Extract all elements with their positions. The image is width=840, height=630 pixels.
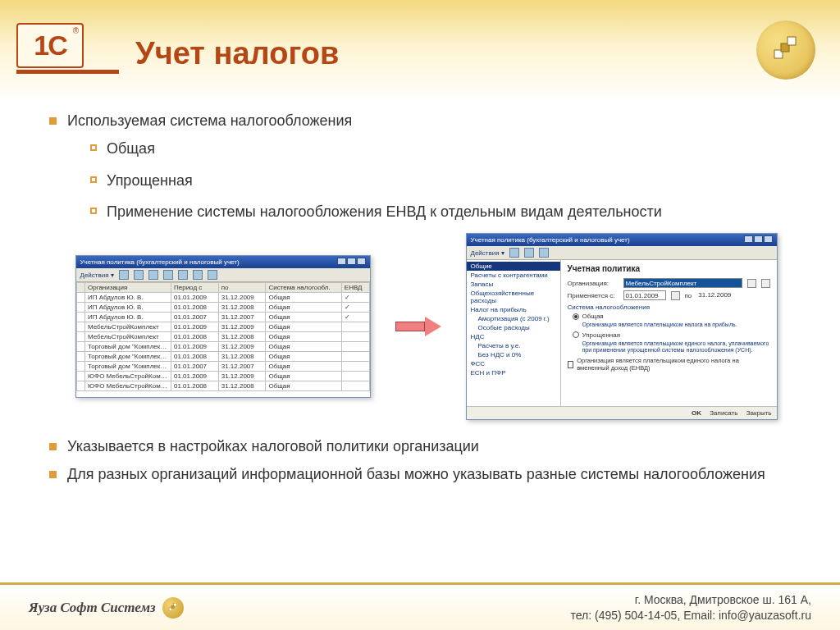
group-tax-system: Система налогообложения xyxy=(568,304,770,311)
col-sys[interactable]: Система налогообл. xyxy=(266,283,341,293)
actions-menu[interactable]: Действия ▾ xyxy=(471,249,504,257)
label-period: Применяется с: xyxy=(568,292,619,299)
window-title-text: Учетная политика (бухгалтерский и налого… xyxy=(471,236,630,244)
calendar-icon[interactable] xyxy=(671,291,680,300)
nav-item[interactable]: Налог на прибыль xyxy=(467,305,560,314)
dropdown-icon[interactable] xyxy=(747,279,756,288)
radio-label: Общая xyxy=(582,313,604,320)
input-period-from[interactable]: 01.01.2009 xyxy=(623,290,666,300)
nav-item[interactable]: НДС xyxy=(467,332,560,341)
logo-1c: 1C xyxy=(16,23,84,68)
close-button[interactable]: Закрыть xyxy=(746,409,772,417)
svg-rect-5 xyxy=(173,603,176,606)
table-row[interactable]: ИП Абдулов Ю. В.01.01.200731.12.2007Обща… xyxy=(76,313,369,322)
window-title-text: Учетная политика (бухгалтерский и налого… xyxy=(80,258,240,266)
table-row[interactable]: Торговый дом "Комплек…01.01.200931.12.20… xyxy=(76,342,369,352)
table-row[interactable]: МебельСтройКомплект01.01.200931.12.2009О… xyxy=(76,322,369,332)
footer-contact: г. Москва, Дмитровское ш. 161 А, тел: (4… xyxy=(570,592,811,623)
text-period-to: 31.12.2009 xyxy=(696,290,739,300)
nav-item[interactable]: ФСС xyxy=(467,359,560,368)
radio-simplified[interactable]: Упрощенная xyxy=(573,331,770,339)
bullet-tax-system: Используемая система налогообложения Общ… xyxy=(49,111,803,221)
logo-text: 1C xyxy=(34,30,66,62)
bullet-different-orgs: Для разных организаций информационной ба… xyxy=(49,464,803,484)
logo-underline xyxy=(16,70,119,74)
toolbar-icon[interactable] xyxy=(539,248,549,258)
svg-rect-2 xyxy=(788,37,796,45)
footer-address: г. Москва, Дмитровское ш. 161 А, xyxy=(570,592,811,608)
arrow-icon xyxy=(395,317,441,336)
actions-menu[interactable]: Действия ▾ xyxy=(80,272,114,279)
window-accounting-policy-list: Учетная политика (бухгалтерский и налого… xyxy=(75,255,371,398)
form-panel: Учетная политика Организация: МебельСтро… xyxy=(561,260,777,406)
table-row[interactable]: ИП Абдулов Ю. В.01.01.200831.12.2008Обща… xyxy=(76,303,369,313)
label-to: по xyxy=(685,292,692,299)
window-footer: OK Записать Закрыть xyxy=(467,406,777,419)
screenshot-row: Учетная политика (бухгалтерский и налого… xyxy=(49,233,803,420)
footer-logo-icon xyxy=(162,597,184,619)
table-row[interactable]: ЮФО МебельСтройКомп…01.01.200931.12.2009… xyxy=(76,372,369,381)
col-from[interactable]: Период с xyxy=(171,283,218,293)
window-toolbar: Действия ▾ xyxy=(76,268,370,282)
radio-general[interactable]: Общая xyxy=(573,313,770,320)
input-org[interactable]: МебельСтройКомплект xyxy=(623,278,742,288)
col-envd[interactable]: ЕНВД xyxy=(341,283,369,293)
window-buttons[interactable] xyxy=(336,258,366,267)
bullet-text: Используемая система налогообложения xyxy=(67,112,352,129)
nav-item[interactable]: Особые расходы xyxy=(467,323,560,332)
table-row[interactable]: Торговый дом "Комплек…01.01.200831.12.20… xyxy=(76,352,369,362)
nav-item[interactable]: ЕСН и ПФР xyxy=(467,368,560,377)
corner-decor-icon xyxy=(756,21,815,80)
footer-phone-email: тел: (495) 504-14-05, Email: info@yauzas… xyxy=(570,608,811,623)
bullet-settings: Указывается в настройках налоговой полит… xyxy=(49,436,803,456)
select-icon[interactable] xyxy=(761,279,770,288)
nav-item[interactable]: Общехозяйственные расходы xyxy=(467,289,560,305)
toolbar-icon[interactable] xyxy=(524,248,534,258)
toolbar-icon[interactable] xyxy=(178,270,188,280)
table-row[interactable]: МебельСтройКомплект01.01.200831.12.2008О… xyxy=(76,332,369,342)
label-org: Организация: xyxy=(568,280,619,287)
toolbar-icon[interactable] xyxy=(208,270,217,280)
sub-bullet-envd: Применение системы налогообложения ЕНВД … xyxy=(90,202,803,221)
hint-general: Организация является плательщиком налога… xyxy=(582,322,770,328)
save-button[interactable]: Записать xyxy=(710,409,737,417)
window-toolbar: Действия ▾ xyxy=(467,246,777,260)
table-row[interactable]: ИП Абдулов Ю. В.01.01.200931.12.2009Обща… xyxy=(76,293,369,303)
toolbar-icon[interactable] xyxy=(119,270,129,280)
hint-simplified: Организация является плательщиком единог… xyxy=(582,340,770,354)
slide-footer: Яуза Софт Системз г. Москва, Дмитровское… xyxy=(0,582,840,630)
table-row[interactable]: Торговый дом "Комплек…01.01.200731.12.20… xyxy=(76,362,369,372)
slide-content: Используемая система налогообложения Общ… xyxy=(0,103,840,485)
window-title-bar: Учетная политика (бухгалтерский и налого… xyxy=(76,256,370,268)
window-accounting-policy-form: Учетная политика (бухгалтерский и налого… xyxy=(466,233,778,420)
policy-table[interactable]: Организация Период с по Система налогооб… xyxy=(76,282,370,391)
table-row[interactable]: ЮФО МебельСтройКомп…01.01.200831.12.2008… xyxy=(76,381,369,391)
window-body: Организация Период с по Система налогооб… xyxy=(76,282,370,397)
slide-header: 1C Учет налогов xyxy=(0,0,840,103)
sub-bullet-simplified: Упрощенная xyxy=(90,171,803,190)
nav-item[interactable]: Амортизация (с 2009 г.) xyxy=(467,314,560,323)
nav-item[interactable]: Расчеты в у.е. xyxy=(467,341,560,350)
toolbar-icon[interactable] xyxy=(193,270,203,280)
page-title: Учет налогов xyxy=(135,36,339,71)
checkbox-label: Организация является плательщиком единог… xyxy=(577,357,769,372)
checkbox-envd[interactable]: Организация является плательщиком единог… xyxy=(568,357,770,372)
window-body: Общие Расчеты с контрагентами Запасы Общ… xyxy=(467,260,777,406)
nav-item-general[interactable]: Общие xyxy=(467,262,560,271)
toolbar-icon[interactable] xyxy=(163,270,173,280)
ok-button[interactable]: OK xyxy=(692,409,701,417)
sub-bullet-general: Общая xyxy=(90,139,803,158)
toolbar-icon[interactable] xyxy=(134,270,144,280)
toolbar-icon[interactable] xyxy=(509,248,519,258)
radio-label: Упрощенная xyxy=(582,331,621,339)
window-title-bar: Учетная политика (бухгалтерский и налого… xyxy=(467,234,777,246)
footer-brand: Яуза Софт Системз xyxy=(29,600,156,616)
col-org[interactable]: Организация xyxy=(85,283,171,293)
window-buttons[interactable] xyxy=(743,235,773,244)
nav-item[interactable]: Без НДС и 0% xyxy=(467,350,560,359)
nav-item[interactable]: Расчеты с контрагентами xyxy=(467,271,560,280)
nav-item[interactable]: Запасы xyxy=(467,280,560,289)
toolbar-icon[interactable] xyxy=(148,270,158,280)
nav-tree[interactable]: Общие Расчеты с контрагентами Запасы Общ… xyxy=(467,260,561,406)
col-to[interactable]: по xyxy=(218,283,266,293)
